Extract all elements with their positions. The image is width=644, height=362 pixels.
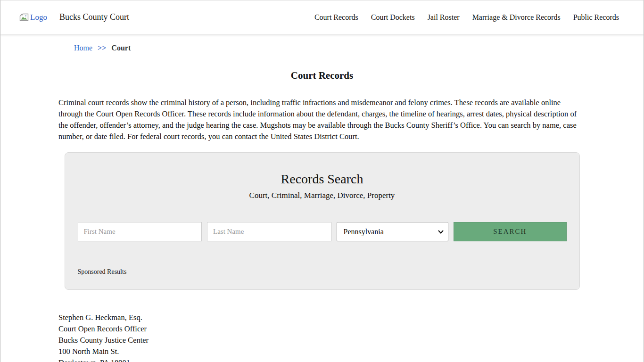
site-title: Bucks County Court <box>59 12 129 22</box>
nav-marriage-divorce-records[interactable]: Marriage & Divorce Records <box>472 13 561 22</box>
state-select-wrap: Pennsylvania <box>337 222 449 241</box>
page-title: Court Records <box>0 70 644 82</box>
nav-court-dockets[interactable]: Court Dockets <box>371 13 415 22</box>
breadcrumb: Home >> Court <box>74 44 644 52</box>
address-line-building: Bucks County Justice Center <box>58 335 586 346</box>
address-line-city: Doylestown, PA 18901 <box>58 357 586 362</box>
breadcrumb-separator: >> <box>98 44 106 52</box>
search-button[interactable]: SEARCH <box>454 222 567 241</box>
main-nav: Court Records Court Dockets Jail Roster … <box>314 13 619 22</box>
first-name-input[interactable] <box>78 222 202 241</box>
nav-public-records[interactable]: Public Records <box>573 13 619 22</box>
nav-jail-roster[interactable]: Jail Roster <box>428 13 460 22</box>
logo-alt-text: Logo <box>30 13 47 22</box>
address-line-title: Court Open Records Officer <box>58 323 586 335</box>
breadcrumb-home-link[interactable]: Home <box>74 44 92 52</box>
search-form-row: Pennsylvania SEARCH <box>78 222 567 241</box>
header: Logo Bucks County Court Court Records Co… <box>0 0 644 34</box>
broken-image-icon <box>19 13 29 21</box>
breadcrumb-current: Court <box>111 44 131 52</box>
last-name-input[interactable] <box>207 222 331 241</box>
records-search-subtitle: Court, Criminal, Marriage, Divorce, Prop… <box>78 191 567 200</box>
state-select[interactable]: Pennsylvania <box>337 222 449 241</box>
sponsored-results-label: Sponsored Results <box>78 268 567 276</box>
records-search-title: Records Search <box>78 172 567 187</box>
intro-paragraph: Criminal court records show the criminal… <box>58 97 586 142</box>
logo-link[interactable]: Logo <box>19 13 47 22</box>
address-line-name: Stephen G. Heckman, Esq. <box>58 312 586 323</box>
records-search-panel: Records Search Court, Criminal, Marriage… <box>65 152 580 290</box>
footer-address: Stephen G. Heckman, Esq. Court Open Reco… <box>58 312 586 362</box>
address-line-street: 100 North Main St. <box>58 346 586 357</box>
nav-court-records[interactable]: Court Records <box>314 13 358 22</box>
